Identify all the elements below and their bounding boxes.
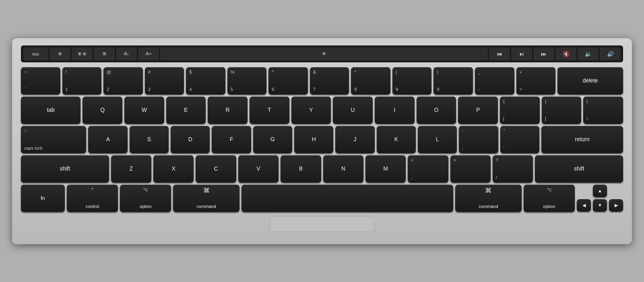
- key-2[interactable]: @ 2: [103, 67, 143, 95]
- key-g[interactable]: G: [253, 126, 292, 153]
- key-n[interactable]: N: [323, 155, 363, 183]
- key-a[interactable]: A: [88, 126, 127, 153]
- key-bracket-left[interactable]: { [: [500, 97, 540, 124]
- key-d[interactable]: D: [171, 126, 210, 153]
- tb-rewind-key[interactable]: ⏮: [489, 47, 510, 60]
- trackpad-area: [21, 216, 623, 232]
- key-quote[interactable]: " ': [500, 126, 539, 153]
- key-delete[interactable]: delete: [557, 67, 623, 95]
- key-y[interactable]: Y: [291, 97, 331, 124]
- key-x[interactable]: X: [153, 155, 194, 183]
- key-shift-right[interactable]: shift: [535, 155, 623, 183]
- key-w[interactable]: W: [124, 97, 164, 124]
- key-6[interactable]: ^ 6: [268, 67, 308, 95]
- qwerty-row: tab Q W E R T Y U I O P { [ } ] | \: [21, 97, 623, 124]
- key-option-left[interactable]: ⌥ option: [120, 185, 171, 212]
- key-0[interactable]: ) 0: [433, 67, 473, 95]
- tb-vol-up-key[interactable]: 🔊: [600, 47, 621, 60]
- key-l[interactable]: L: [418, 126, 457, 153]
- key-u[interactable]: U: [333, 97, 373, 124]
- tb-fastforward-key[interactable]: ⏭: [533, 47, 554, 60]
- key-command-left[interactable]: ⌘ command: [173, 185, 239, 212]
- arrow-top-row: ▲: [577, 185, 623, 197]
- key-arrow-left-placeholder2: [609, 185, 623, 197]
- key-space[interactable]: [242, 185, 453, 212]
- key-k[interactable]: K: [377, 126, 416, 153]
- key-caps-lock[interactable]: caps lock: [21, 126, 86, 153]
- trackpad[interactable]: [270, 216, 374, 232]
- key-e[interactable]: E: [166, 97, 206, 124]
- key-i[interactable]: I: [375, 97, 415, 124]
- key-arrow-up[interactable]: ▲: [593, 185, 607, 197]
- key-7[interactable]: & 7: [310, 67, 349, 95]
- key-arrow-down[interactable]: ▼: [593, 199, 607, 212]
- key-slash[interactable]: ? /: [493, 155, 533, 183]
- key-c[interactable]: C: [196, 155, 236, 183]
- touch-bar: esc ✳ ✳✳ ⊞ ⁂- ⁂+ ☀ ⏮ ⏯ ⏭ 🔇 🔉 🔊: [21, 45, 623, 62]
- arrow-bottom-row: ◀ ▼ ▶: [577, 199, 623, 212]
- number-row: ~ ` ! 1 @ 2 # 3 $ 4 % 5: [21, 67, 623, 95]
- key-1[interactable]: ! 1: [62, 67, 102, 95]
- key-equal[interactable]: + =: [516, 67, 556, 95]
- arrow-cluster: ▲ ◀ ▼ ▶: [577, 185, 623, 212]
- key-arrow-left[interactable]: ◀: [577, 199, 591, 212]
- key-return[interactable]: return: [541, 126, 623, 153]
- key-arrow-right[interactable]: ▶: [609, 199, 623, 212]
- key-period[interactable]: > .: [450, 155, 491, 183]
- key-arrow-left-placeholder: [577, 185, 591, 197]
- key-v[interactable]: V: [238, 155, 279, 183]
- key-bracket-right[interactable]: } ]: [542, 97, 582, 124]
- tb-display-brightness-key[interactable]: ☀: [160, 47, 488, 60]
- key-semicolon[interactable]: : ;: [459, 126, 498, 153]
- asdf-row: caps lock A S D F G H J K L : ; " ' retu…: [21, 126, 623, 153]
- tb-esc-key[interactable]: esc: [23, 47, 48, 60]
- tb-brightness-down-key[interactable]: ✳: [50, 47, 70, 60]
- key-control[interactable]: ^ control: [67, 185, 118, 212]
- key-shift-left[interactable]: shift: [21, 155, 109, 183]
- tb-vol-down-key[interactable]: 🔉: [578, 47, 599, 60]
- key-tab[interactable]: tab: [21, 97, 80, 124]
- key-9[interactable]: ( 9: [392, 67, 432, 95]
- key-s[interactable]: S: [130, 126, 169, 153]
- key-tilde[interactable]: ~ `: [21, 67, 60, 95]
- key-f[interactable]: F: [212, 126, 251, 153]
- key-h[interactable]: H: [294, 126, 333, 153]
- key-command-right[interactable]: ⌘ command: [455, 185, 521, 212]
- keys-area: ~ ` ! 1 @ 2 # 3 $ 4 % 5: [21, 67, 623, 212]
- key-4[interactable]: $ 4: [186, 67, 225, 95]
- key-3[interactable]: # 3: [145, 67, 184, 95]
- modifier-row: fn ^ control ⌥ option ⌘ command ⌘ comman…: [21, 185, 623, 212]
- key-z[interactable]: Z: [111, 155, 151, 183]
- zxcv-row: shift Z X C V B N M < , > . ? / shift: [21, 155, 623, 183]
- key-t[interactable]: T: [250, 97, 289, 124]
- key-fn[interactable]: fn: [21, 185, 65, 212]
- key-option-right[interactable]: ⌥ option: [524, 185, 575, 212]
- key-comma[interactable]: < ,: [408, 155, 448, 183]
- tb-kbd-brightness-down-key[interactable]: ⁂-: [116, 47, 137, 60]
- key-p[interactable]: P: [458, 97, 498, 124]
- tb-mute-key[interactable]: 🔇: [555, 47, 576, 60]
- key-8[interactable]: * 8: [351, 67, 390, 95]
- key-q[interactable]: Q: [83, 97, 122, 124]
- key-j[interactable]: J: [335, 126, 374, 153]
- tb-brightness-up-key[interactable]: ✳✳: [72, 47, 93, 60]
- key-backslash[interactable]: | \: [583, 97, 623, 124]
- tb-mission-control-key[interactable]: ⊞: [94, 47, 115, 60]
- key-minus[interactable]: _ -: [475, 67, 514, 95]
- key-o[interactable]: O: [417, 97, 456, 124]
- key-m[interactable]: M: [365, 155, 406, 183]
- tb-playpause-key[interactable]: ⏯: [511, 47, 532, 60]
- key-b[interactable]: B: [281, 155, 321, 183]
- key-5[interactable]: % 5: [227, 67, 267, 95]
- key-r[interactable]: R: [208, 97, 248, 124]
- tb-kbd-brightness-up-key[interactable]: ⁂+: [138, 47, 159, 60]
- keyboard: esc ✳ ✳✳ ⊞ ⁂- ⁂+ ☀ ⏮ ⏯ ⏭ 🔇 🔉 🔊 ~ ` ! 1 @…: [12, 38, 632, 244]
